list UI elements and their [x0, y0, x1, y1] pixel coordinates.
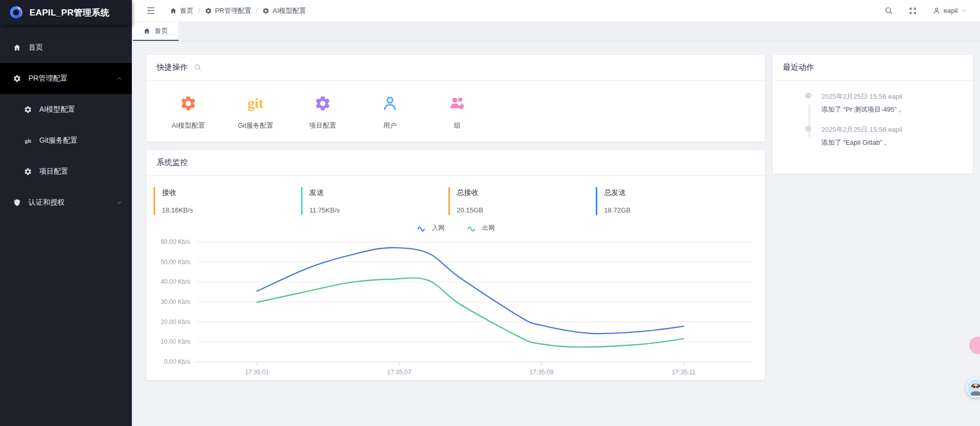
main-area: 首页 / PR管理配置 / AI模型配置 [132, 0, 980, 426]
avatar-illustration [967, 379, 980, 397]
recent-actions-header: 最近动作 [773, 55, 973, 81]
system-monitor-card: 系统监控 接收 18.16KB/s 发送 11.75KB/s 总接收 [146, 150, 765, 380]
quick-action-users[interactable]: 用户 [356, 94, 424, 130]
stat-total-send: 总发送 18.72GB [596, 187, 743, 215]
search-button[interactable] [884, 6, 893, 15]
gear-icon [205, 7, 212, 14]
tab-bar: 首页 [132, 22, 980, 41]
sidebar: EAPIL_PR管理系统 首页 PR管理配置 AI模型配置 git Git服务配… [0, 0, 132, 426]
sidebar-item-label: 首页 [28, 43, 43, 52]
quick-action-label: Git服务配置 [238, 121, 274, 130]
activity-timeline: 2025年2月25日 15:56 eapil 添加了 “Pr 测试项目-495”… [773, 81, 973, 174]
chevron-down-icon [961, 7, 968, 14]
home-icon [13, 43, 21, 52]
git-icon: git [247, 94, 263, 113]
network-traffic-chart: 0.00 Kb/s10.00 Kb/s20.00 Kb/s30.00 Kb/s4… [146, 233, 765, 380]
quick-action-project-config[interactable]: 项目配置 [289, 94, 356, 130]
sidebar-item-git-service-config[interactable]: git Git服务配置 [0, 125, 132, 156]
gear-icon [179, 95, 197, 112]
stat-send: 发送 11.75KB/s [301, 187, 448, 215]
wave-icon [416, 225, 428, 232]
svg-text:60.00 Kb/s: 60.00 Kb/s [161, 238, 190, 246]
stat-value: 20.15GB [457, 206, 596, 214]
network-stats-row: 接收 18.16KB/s 发送 11.75KB/s 总接收 20.15GB [154, 187, 765, 215]
timeline-time: 2025年2月25日 15:56 eapil [821, 92, 963, 101]
sidebar-item-label: 项目配置 [39, 167, 68, 176]
app-root: EAPIL_PR管理系统 首页 PR管理配置 AI模型配置 git Git服务配… [0, 0, 980, 426]
breadcrumb-separator: / [197, 7, 201, 14]
user-name: eapil [944, 7, 958, 14]
svg-text:17:35:07: 17:35:07 [387, 369, 412, 376]
quick-actions-header: 快捷操作 [146, 55, 765, 81]
sidebar-item-auth[interactable]: 认证和授权 [0, 187, 132, 218]
recent-actions-card: 最近动作 2025年2月25日 15:56 eapil 添加了 “Pr 测试项目… [773, 55, 973, 174]
sidebar-item-project-config[interactable]: 项目配置 [0, 156, 132, 187]
stat-value: 18.72GB [604, 206, 743, 214]
stat-label: 总接收 [457, 188, 596, 197]
user-group-icon [448, 95, 466, 112]
breadcrumb: 首页 / PR管理配置 / AI模型配置 [170, 6, 306, 16]
quick-action-git-service-config[interactable]: git Git服务配置 [222, 94, 289, 130]
chart-legend: 入网 出网 [146, 224, 765, 233]
svg-text:17:35:01: 17:35:01 [245, 369, 269, 376]
quick-action-label: 项目配置 [309, 121, 336, 130]
content-right-column: 最近动作 2025年2月25日 15:56 eapil 添加了 “Pr 测试项目… [773, 55, 973, 174]
stat-label: 接收 [162, 188, 301, 197]
sidebar-submenu-pr-config: AI模型配置 git Git服务配置 项目配置 [0, 94, 132, 187]
home-icon [143, 27, 150, 35]
chevron-down-icon [116, 200, 123, 206]
user-icon [932, 7, 941, 15]
legend-label: 出网 [482, 224, 495, 233]
tab-home[interactable]: 首页 [133, 22, 179, 41]
sidebar-collapse-button[interactable] [146, 6, 156, 16]
svg-text:17:35:11: 17:35:11 [672, 369, 696, 376]
system-monitor-header: 系统监控 [146, 150, 765, 176]
svg-text:50.00 Kb/s: 50.00 Kb/s [161, 258, 190, 266]
tab-label: 首页 [155, 26, 168, 36]
sidebar-item-label: Git服务配置 [39, 136, 78, 145]
logo-bar[interactable]: EAPIL_PR管理系统 [0, 0, 132, 25]
navbar-right: eapil [884, 6, 968, 15]
gear-icon [13, 74, 21, 83]
svg-text:30.00 Kb/s: 30.00 Kb/s [161, 298, 190, 306]
app-title: EAPIL_PR管理系统 [29, 7, 110, 19]
content-left-column: 快捷操作 AI模型配置 git Git服务配置 [146, 55, 765, 380]
wave-icon [466, 225, 478, 232]
timeline-dot [805, 93, 811, 99]
app-logo-icon [8, 5, 24, 20]
sidebar-item-pr-config[interactable]: PR管理配置 [0, 63, 132, 94]
shield-icon [13, 199, 21, 207]
breadcrumb-pr-config[interactable]: PR管理配置 [205, 6, 251, 16]
gear-icon [262, 7, 269, 14]
svg-text:20.00 Kb/s: 20.00 Kb/s [161, 318, 190, 326]
top-navbar: 首页 / PR管理配置 / AI模型配置 [132, 0, 980, 22]
timeline-text: 添加了 “Eapil Gitlab” 。 [821, 138, 963, 147]
breadcrumb-label: AI模型配置 [273, 6, 306, 16]
svg-text:10.00 Kb/s: 10.00 Kb/s [161, 338, 190, 345]
breadcrumb-home[interactable]: 首页 [170, 6, 193, 16]
legend-item-outbound[interactable]: 出网 [466, 224, 495, 233]
sidebar-item-ai-model-config[interactable]: AI模型配置 [0, 94, 132, 125]
sidebar-item-label: PR管理配置 [28, 74, 67, 83]
sidebar-item-home[interactable]: 首页 [0, 32, 132, 63]
quick-actions-card: 快捷操作 AI模型配置 git Git服务配置 [146, 55, 765, 142]
quick-action-label: 组 [454, 121, 461, 130]
legend-item-inbound[interactable]: 入网 [416, 224, 445, 233]
stat-value: 18.16KB/s [162, 206, 301, 214]
stat-label: 总发送 [604, 188, 743, 197]
quick-action-ai-model-config[interactable]: AI模型配置 [155, 94, 222, 130]
search-icon[interactable] [194, 64, 202, 71]
quick-actions-row: AI模型配置 git Git服务配置 项目配置 [146, 81, 765, 142]
breadcrumb-label: 首页 [180, 6, 193, 16]
breadcrumb-ai-model-config[interactable]: AI模型配置 [262, 6, 306, 16]
breadcrumb-separator: / [255, 7, 259, 14]
user-menu[interactable]: eapil [932, 7, 968, 15]
page-content: 快捷操作 AI模型配置 git Git服务配置 [132, 41, 980, 426]
svg-text:0.00 Kb/s: 0.00 Kb/s [164, 358, 190, 366]
chevron-up-icon [116, 75, 123, 82]
quick-action-groups[interactable]: 组 [424, 94, 491, 130]
fullscreen-button[interactable] [909, 7, 917, 15]
card-title: 最近动作 [783, 63, 814, 72]
timeline-entry: 2025年2月25日 15:56 eapil 添加了 “Pr 测试项目-495”… [821, 92, 963, 114]
menu-fold-icon [146, 6, 156, 16]
